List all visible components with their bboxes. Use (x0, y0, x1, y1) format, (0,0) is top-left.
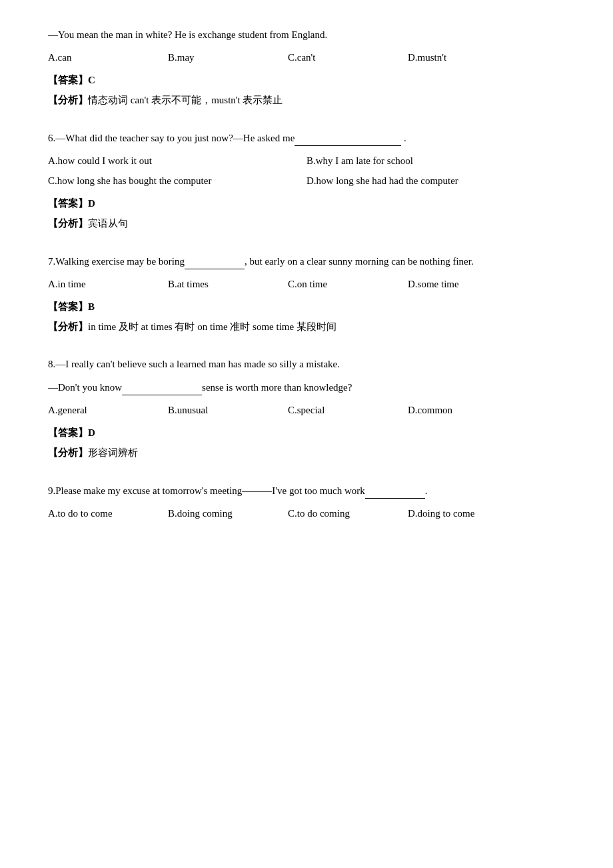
q7-section: 7.Walking exercise may be boring , but e… (48, 253, 565, 335)
q7-answer-value: B (88, 301, 95, 312)
q8-answer: 【答案】D (48, 425, 565, 441)
q9-num: 9. (48, 485, 55, 496)
q8-line2-after: sense is worth more than knowledge? (202, 382, 352, 393)
q7-analysis-text: in time 及时 at times 有时 on time 准时 some t… (88, 321, 336, 332)
q6-analysis: 【分析】宾语从句 (48, 215, 565, 231)
q7-after: , but early on a clear sunny morning can… (245, 256, 474, 267)
q6-end: . (401, 133, 406, 143)
q9-blank (365, 482, 425, 499)
q9-option-c: C.to do coming (288, 505, 381, 521)
q6-answer-label: 【答案】 (48, 198, 88, 209)
q6-options: A.how could I work it out B.why I am lat… (48, 153, 565, 189)
q7-before: Walking exercise may be boring (55, 256, 185, 267)
q9-option-d: D.doing to come (408, 505, 501, 521)
q9-section: 9.Please make my excuse at tomorrow's me… (48, 482, 565, 521)
q6-option-c: C.how long she has bought the computer (48, 173, 300, 189)
q7-option-b: B.at times (168, 276, 261, 292)
q9-after: . (425, 485, 428, 496)
q7-answer-label: 【答案】 (48, 301, 88, 312)
intro-options: A.can B.may C.can't D.mustn't (48, 49, 565, 65)
intro-analysis: 【分析】情态动词 can't 表示不可能，mustn't 表示禁止 (48, 92, 565, 108)
q8-section: 8.—I really can't believe such a learned… (48, 356, 565, 461)
option-a: A.can (48, 49, 141, 65)
q6-question: 6.—What did the teacher say to you just … (48, 129, 565, 146)
q9-question: 9.Please make my excuse at tomorrow's me… (48, 482, 565, 499)
q6-option-b: B.why I am late for school (306, 153, 558, 169)
q8-option-d: D.common (408, 402, 501, 418)
q8-option-a: A.general (48, 402, 141, 418)
q8-analysis-label: 【分析】 (48, 447, 88, 458)
q6-section: 6.—What did the teacher say to you just … (48, 129, 565, 231)
q6-analysis-text: 宾语从句 (88, 218, 128, 229)
q6-main: —What did the teacher say to you just no… (55, 133, 295, 143)
q6-answer-value: D (88, 198, 95, 209)
q8-analysis: 【分析】形容词辨析 (48, 445, 565, 461)
q9-options: A.to do to come B.doing coming C.to do c… (48, 505, 565, 521)
q6-analysis-label: 【分析】 (48, 218, 88, 229)
q6-answer: 【答案】D (48, 195, 565, 211)
q7-num: 7. (48, 256, 55, 267)
q7-option-d: D.some time (408, 276, 501, 292)
q7-answer: 【答案】B (48, 299, 565, 315)
q8-option-c: C.special (288, 402, 381, 418)
option-b: B.may (168, 49, 261, 65)
q9-option-a: A.to do to come (48, 505, 141, 521)
q8-question-line1: 8.—I really can't believe such a learned… (48, 356, 565, 372)
q7-analysis: 【分析】in time 及时 at times 有时 on time 准时 so… (48, 319, 565, 335)
q7-option-c: C.on time (288, 276, 381, 292)
q9-before: Please make my excuse at tomorrow's meet… (55, 485, 364, 496)
q8-answer-label: 【答案】 (48, 427, 88, 438)
q8-question-line2: —Don't you know sense is worth more than… (48, 379, 565, 395)
q8-options: A.general B.unusual C.special D.common (48, 402, 565, 418)
q6-option-a: A.how could I work it out (48, 153, 300, 169)
q8-option-b: B.unusual (168, 402, 261, 418)
q8-analysis-text: 形容词辨析 (88, 447, 138, 458)
q7-analysis-label: 【分析】 (48, 321, 88, 332)
q8-line2-before: —Don't you know (48, 382, 122, 393)
q9-option-b: B.doing coming (168, 505, 261, 521)
intro-question: —You mean the man in white? He is exchan… (48, 27, 565, 43)
q8-num: 8. (48, 359, 55, 369)
intro-question-text: —You mean the man in white? He is exchan… (48, 29, 327, 40)
answer-label: 【答案】 (48, 75, 88, 85)
q6-num: 6. (48, 133, 55, 143)
option-c: C.can't (288, 49, 381, 65)
q8-answer-value: D (88, 427, 95, 438)
option-d: D.mustn't (408, 49, 501, 65)
answer-value: C (88, 75, 95, 85)
analysis-label: 【分析】 (48, 95, 88, 105)
q8-blank (122, 379, 202, 395)
q6-option-d: D.how long she had had the computer (306, 173, 558, 189)
q7-options: A.in time B.at times C.on time D.some ti… (48, 276, 565, 292)
intro-section: —You mean the man in white? He is exchan… (48, 27, 565, 108)
q6-blank (295, 129, 401, 146)
q8-line1: —I really can't believe such a learned m… (55, 359, 340, 369)
q7-option-a: A.in time (48, 276, 141, 292)
q7-blank (185, 253, 245, 269)
intro-answer: 【答案】C (48, 72, 565, 88)
q7-question: 7.Walking exercise may be boring , but e… (48, 253, 565, 269)
analysis-text: 情态动词 can't 表示不可能，mustn't 表示禁止 (88, 95, 283, 105)
